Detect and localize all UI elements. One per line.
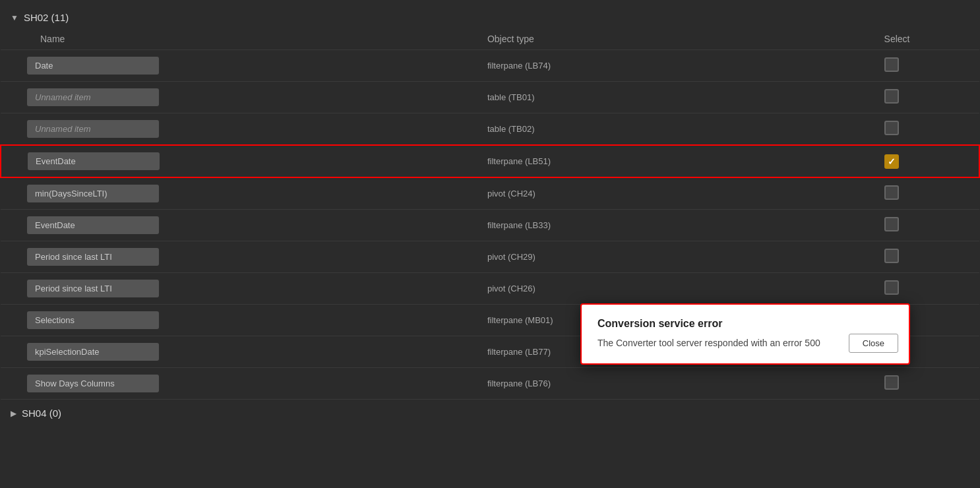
main-container: ▼ SH02 (11) Name Object type Select Date… <box>0 0 980 431</box>
section1-header[interactable]: ▼ SH02 (11) <box>0 7 980 28</box>
table-row: Unnamed itemtable (TB01) <box>1 82 979 113</box>
select-checkbox[interactable] <box>884 57 899 72</box>
col-header-select: Select <box>874 28 979 50</box>
section1-label: SH02 (11) <box>24 12 69 23</box>
select-checkbox[interactable] <box>884 185 899 200</box>
name-badge: Unnamed item <box>27 120 159 138</box>
name-cell: EventDate <box>1 145 477 177</box>
name-cell: EventDate <box>1 210 477 241</box>
object-type-cell: filterpane (LB74) <box>477 50 874 82</box>
name-badge: EventDate <box>28 152 160 170</box>
error-dialog-title: Conversion service error <box>597 318 893 330</box>
name-badge: EventDate <box>27 216 159 234</box>
section2-header[interactable]: ▶ SH04 (0) <box>0 402 980 424</box>
object-type-cell: table (TB02) <box>477 113 874 146</box>
table-row: Datefilterpane (LB74) <box>1 50 979 82</box>
select-checkbox[interactable] <box>884 89 899 104</box>
select-checkbox[interactable] <box>884 217 899 231</box>
name-cell: Period since last LTI <box>1 273 477 305</box>
name-cell: min(DaysSinceLTI) <box>1 177 477 210</box>
name-cell: Unnamed item <box>1 82 477 113</box>
name-badge: Unnamed item <box>27 88 159 106</box>
table-row: Period since last LTIpivot (CH26) <box>1 273 979 305</box>
select-checkbox[interactable] <box>884 154 899 169</box>
name-cell: Selections <box>1 305 477 336</box>
select-checkbox[interactable] <box>884 280 899 295</box>
name-cell: kpiSelectionDate <box>1 336 477 368</box>
name-badge: Show Days Columns <box>27 375 159 392</box>
select-cell <box>874 368 979 400</box>
select-checkbox[interactable] <box>884 249 899 263</box>
name-badge: Period since last LTI <box>27 280 159 297</box>
col-header-object-type: Object type <box>477 28 874 50</box>
name-badge: Selections <box>27 311 159 329</box>
table-row: Period since last LTIpivot (CH29) <box>1 241 979 273</box>
table-row: min(DaysSinceLTI)pivot (CH24) <box>1 177 979 210</box>
close-button[interactable]: Close <box>849 334 898 353</box>
select-checkbox[interactable] <box>884 375 899 390</box>
table-row: Show Days Columnsfilterpane (LB76) <box>1 368 979 400</box>
error-dialog: Conversion service error The Converter t… <box>580 303 910 365</box>
object-type-cell: filterpane (LB33) <box>477 210 874 241</box>
select-cell <box>874 273 979 305</box>
table-row: Unnamed itemtable (TB02) <box>1 113 979 146</box>
table-header-row: Name Object type Select <box>1 28 979 50</box>
name-badge: Date <box>27 57 159 75</box>
col-header-name: Name <box>1 28 477 50</box>
select-checkbox[interactable] <box>884 121 899 135</box>
select-cell <box>874 177 979 210</box>
select-cell <box>874 113 979 146</box>
name-cell: Show Days Columns <box>1 368 477 400</box>
select-cell <box>874 145 979 177</box>
object-type-cell: table (TB01) <box>477 82 874 113</box>
object-type-cell: pivot (CH26) <box>477 273 874 305</box>
object-type-cell: pivot (CH29) <box>477 241 874 273</box>
select-cell <box>874 210 979 241</box>
select-cell <box>874 50 979 82</box>
name-cell: Period since last LTI <box>1 241 477 273</box>
name-badge: kpiSelectionDate <box>27 343 159 361</box>
table-row: EventDatefilterpane (LB33) <box>1 210 979 241</box>
section2-label: SH04 (0) <box>22 408 61 419</box>
name-cell: Date <box>1 50 477 82</box>
object-type-cell: pivot (CH24) <box>477 177 874 210</box>
select-cell <box>874 241 979 273</box>
name-cell: Unnamed item <box>1 113 477 146</box>
table-row: EventDatefilterpane (LB51) <box>1 145 979 177</box>
object-type-cell: filterpane (LB76) <box>477 368 874 400</box>
name-badge: min(DaysSinceLTI) <box>27 185 159 202</box>
section1-arrow: ▼ <box>11 13 18 22</box>
select-cell <box>874 82 979 113</box>
name-badge: Period since last LTI <box>27 248 159 266</box>
section2-arrow: ▶ <box>11 409 16 418</box>
object-type-cell: filterpane (LB51) <box>477 145 874 177</box>
